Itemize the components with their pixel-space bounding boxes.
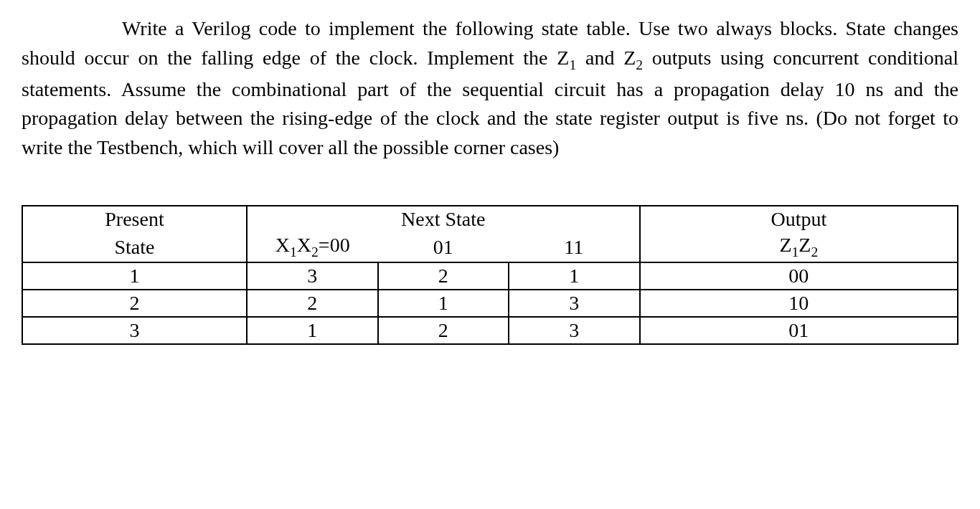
cell-ns00: 3 [247, 262, 378, 290]
cell-out: 10 [640, 290, 958, 317]
table-header-row-1: Present Next State Output [22, 206, 958, 232]
problem-statement: Write a Verilog code to implement the fo… [22, 14, 958, 162]
header-input-01: 01 [378, 232, 509, 262]
header-output-2: Z1Z2 [640, 232, 958, 262]
table-row: 3 1 2 3 01 [22, 317, 958, 344]
header-present-2: State [22, 232, 247, 262]
cell-state: 3 [22, 317, 247, 344]
header-input-11: 11 [509, 232, 640, 262]
header-nextstate: Next State [378, 206, 509, 232]
paragraph-text-2: and Z [576, 47, 636, 69]
cell-state: 1 [22, 262, 247, 290]
cell-ns11: 3 [509, 317, 640, 344]
cell-ns01: 2 [378, 262, 509, 290]
cell-ns01: 1 [378, 290, 509, 317]
table-row: 2 2 1 3 10 [22, 290, 958, 317]
header-present-1: Present [22, 206, 247, 232]
header-output-1: Output [640, 206, 958, 232]
header-input-00: X1X2=00 [247, 232, 378, 262]
cell-out: 00 [640, 262, 958, 290]
state-table: Present Next State Output State X1X2=00 … [22, 205, 958, 345]
cell-ns11: 3 [509, 290, 640, 317]
cell-state: 2 [22, 290, 247, 317]
z-sub-1: 1 [569, 57, 576, 72]
table-header-row-2: State X1X2=00 01 11 Z1Z2 [22, 232, 958, 262]
cell-ns01: 2 [378, 317, 509, 344]
cell-ns00: 1 [247, 317, 378, 344]
cell-ns00: 2 [247, 290, 378, 317]
header-nextstate-blank2 [509, 206, 640, 232]
cell-ns11: 1 [509, 262, 640, 290]
z-sub-2: 2 [636, 57, 643, 72]
header-nextstate-blank1 [247, 206, 378, 232]
cell-out: 01 [640, 317, 958, 344]
table-row: 1 3 2 1 00 [22, 262, 958, 290]
